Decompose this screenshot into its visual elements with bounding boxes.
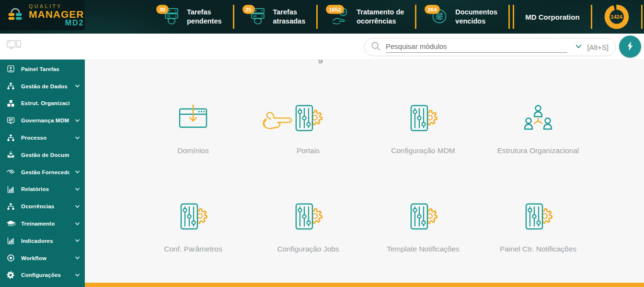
sidebar-item-configura-es[interactable]: Configurações <box>0 267 85 284</box>
chevron-down-icon <box>75 84 80 88</box>
module-tile-configura-o-mdm[interactable]: Configuração MDM <box>366 104 481 203</box>
sidebar-item-processo[interactable]: Processo <box>0 129 85 146</box>
app-header: QUALITY MANAGER MD2 30 Tarefaspendentes … <box>0 0 644 34</box>
lightning-bolt-icon <box>626 41 634 53</box>
search-input[interactable] <box>386 41 567 53</box>
screen-lines-icon <box>5 117 16 125</box>
module-tile-portais[interactable]: Portais <box>251 104 366 203</box>
search-icon <box>370 41 381 53</box>
module-tile-template-notifica-es[interactable]: Template Notificações <box>366 203 481 287</box>
sidebar-item-governan-a-mdm[interactable]: Governança MDM <box>0 112 85 129</box>
stat-label: Tarefasatrasadas <box>273 8 306 26</box>
gauge-indicator[interactable]: 1424 <box>603 3 630 30</box>
download-tray-icon <box>5 151 16 159</box>
module-tile-conf-par-metros[interactable]: Conf. Parâmetros <box>136 203 251 287</box>
person-badge-icon <box>5 65 16 73</box>
stat-label: Tratamento deocorrências <box>356 8 404 26</box>
module-tile-painel-ctr-notifica-es[interactable]: Painel Ctr. Notificações <box>481 203 596 287</box>
chevron-down-icon <box>75 222 80 226</box>
sliders-gear-icon <box>408 203 438 232</box>
sidebar-item-estrut-organizacional[interactable]: Estrut. Organizacional <box>0 95 85 112</box>
stat-visual: 1652 <box>329 5 351 28</box>
chevron-down-icon[interactable] <box>575 43 582 51</box>
bar-chart-icon <box>5 237 16 245</box>
modules-grid: Domínios Portais Configuração MDM Estrut… <box>136 60 596 287</box>
header-stat[interactable]: 1652 Tratamento deocorrências <box>329 5 404 28</box>
stat-count-badge: 264 <box>425 5 439 14</box>
chevron-down-icon <box>75 256 80 260</box>
stat-count-badge: 30 <box>156 5 169 14</box>
header-stat[interactable]: 25 Tarefasatrasadas <box>245 5 306 28</box>
header-stat[interactable]: 30 Tarefaspendentes <box>159 5 222 28</box>
header-divider <box>508 5 510 29</box>
logo-manager: MANAGER <box>29 9 84 19</box>
tree-icon <box>5 203 16 211</box>
main-content: g Domínios Portais Configuração MDM Estr… <box>85 60 644 287</box>
gauge-value: 1424 <box>603 3 630 30</box>
sidebar-item-workflow[interactable]: Workflow <box>0 250 85 267</box>
stat-label: Tarefaspendentes <box>187 8 222 26</box>
chevron-down-icon <box>75 273 80 277</box>
logo-text: QUALITY MANAGER MD2 <box>29 4 84 27</box>
header-divider <box>415 5 416 29</box>
module-search: [Alt+S] <box>364 38 616 56</box>
sliders-gear-icon <box>293 104 323 134</box>
sidebar-item-indicadores[interactable]: Indicadores <box>0 232 85 250</box>
stat-visual: 264 <box>427 5 449 28</box>
chevron-down-icon <box>75 136 80 140</box>
tree-icon <box>5 134 16 142</box>
chevron-down-icon <box>75 119 80 123</box>
stat-visual: 30 <box>159 5 181 28</box>
tree-icon <box>5 82 16 90</box>
stat-count-badge: 1652 <box>326 5 344 14</box>
header-stat[interactable]: 264 Documentosvencidos <box>427 5 497 28</box>
bullseye-icon <box>5 254 16 262</box>
sliders-gear-icon <box>408 104 438 134</box>
company-name[interactable]: MD Corporation <box>525 13 579 21</box>
sidebar-item-relat-rios[interactable]: Relatórios <box>0 181 85 198</box>
sidebar-item-painel-tarefas[interactable]: Painel Tarefas <box>0 60 85 78</box>
bottom-accent-bar <box>85 283 644 287</box>
handshake-icon <box>5 168 16 176</box>
quick-actions-button[interactable] <box>619 36 641 58</box>
sliders-gear-icon <box>178 203 208 232</box>
logo-quality: QUALITY <box>29 4 84 9</box>
sliders-gear-icon <box>523 203 553 232</box>
header-divider <box>316 5 318 29</box>
logo-layers-icon <box>6 6 25 25</box>
chevron-down-icon <box>75 204 80 209</box>
logo-md2: MD2 <box>29 19 84 27</box>
stat-label: Documentosvencidos <box>455 8 497 26</box>
sidebar-item-treinamento[interactable]: Treinamento <box>0 215 85 232</box>
stat-visual: 25 <box>245 5 267 28</box>
toolbar: [Alt+S] <box>0 34 644 60</box>
sidebar-item-gest-o-de-documentos[interactable]: Gestão de Documentos <box>0 146 85 164</box>
search-shortcut-hint: [Alt+S] <box>587 43 609 51</box>
module-tile-dom-nios[interactable]: Domínios <box>136 104 251 203</box>
browser-download-icon <box>177 104 209 134</box>
sidebar-item-gest-o-de-dados[interactable]: Gestão de Dados <box>0 78 85 95</box>
graduation-cap-icon <box>5 220 16 227</box>
sidebar-item-gest-o-fornecedores[interactable]: Gestão Fornecedores <box>0 164 85 181</box>
header-divider <box>513 5 514 29</box>
header-divider <box>233 5 234 29</box>
sidebar-item-ocorr-ncias[interactable]: Ocorrências <box>0 198 85 215</box>
module-tile-estrutura-organizacional[interactable]: Estrutura Organizacional <box>481 104 596 203</box>
header-divider <box>641 5 643 29</box>
cubes-icon <box>5 99 16 108</box>
gear-icon <box>5 271 16 279</box>
chevron-down-icon <box>75 187 80 191</box>
chevron-down-icon <box>75 239 80 243</box>
sidebar-nav: Painel Tarefas Gestão de Dados Estrut. O… <box>0 60 85 287</box>
stat-count-badge: 25 <box>242 5 255 14</box>
module-tile-configura-o-jobs[interactable]: Configuração Jobs <box>251 203 366 287</box>
people-tree-icon <box>522 104 554 134</box>
app-logo[interactable]: QUALITY MANAGER MD2 <box>0 0 85 30</box>
devices-icon[interactable] <box>7 39 21 54</box>
chevron-down-icon <box>75 170 80 174</box>
sliders-gear-icon <box>293 203 323 232</box>
header-divider <box>591 5 592 29</box>
bar-chart-icon <box>5 185 16 193</box>
